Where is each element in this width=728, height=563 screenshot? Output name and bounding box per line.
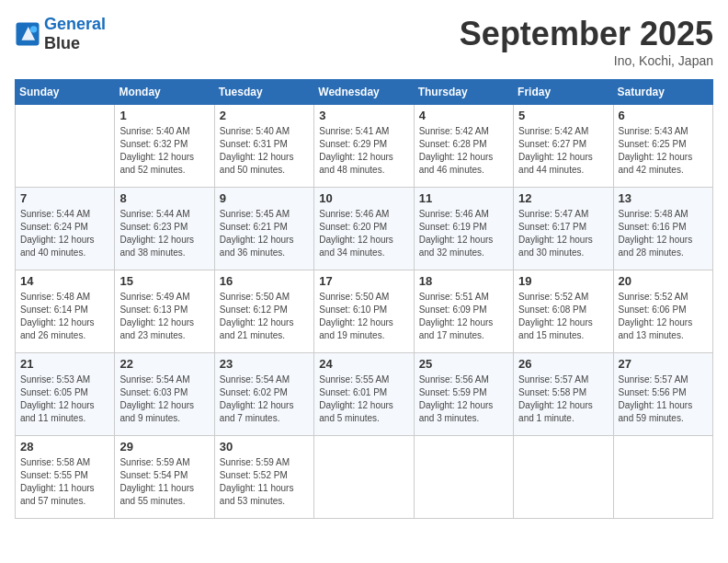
day-number: 24 — [319, 357, 408, 371]
day-info: Sunrise: 5:52 AMSunset: 6:08 PMDaylight:… — [518, 291, 608, 342]
day-number: 20 — [619, 274, 708, 288]
day-info: Sunrise: 5:46 AMSunset: 6:20 PMDaylight:… — [319, 208, 408, 259]
calendar-cell: 15Sunrise: 5:49 AMSunset: 6:13 PMDayligh… — [115, 270, 214, 353]
day-info: Sunrise: 5:56 AMSunset: 5:59 PMDaylight:… — [419, 373, 508, 425]
calendar-cell: 27Sunrise: 5:57 AMSunset: 5:56 PMDayligh… — [613, 353, 712, 436]
day-info: Sunrise: 5:41 AMSunset: 6:29 PMDaylight:… — [319, 125, 408, 177]
day-info: Sunrise: 5:57 AMSunset: 5:58 PMDaylight:… — [518, 373, 608, 425]
calendar-table: SundayMondayTuesdayWednesdayThursdayFrid… — [15, 79, 713, 519]
calendar-week-1: 1Sunrise: 5:40 AMSunset: 6:32 PMDaylight… — [16, 105, 713, 188]
day-number: 15 — [119, 274, 209, 288]
calendar-cell: 21Sunrise: 5:53 AMSunset: 6:05 PMDayligh… — [16, 353, 115, 436]
calendar-cell: 1Sunrise: 5:40 AMSunset: 6:32 PMDaylight… — [115, 105, 214, 188]
day-number: 28 — [20, 440, 109, 454]
day-info: Sunrise: 5:52 AMSunset: 6:06 PMDaylight:… — [619, 291, 708, 342]
calendar-cell: 9Sunrise: 5:45 AMSunset: 6:21 PMDaylight… — [214, 188, 313, 270]
day-number: 30 — [220, 440, 309, 454]
day-number: 16 — [220, 274, 309, 288]
day-number: 13 — [619, 191, 708, 205]
calendar-cell: 13Sunrise: 5:48 AMSunset: 6:16 PMDayligh… — [613, 188, 712, 270]
calendar-cell: 2Sunrise: 5:40 AMSunset: 6:31 PMDaylight… — [214, 105, 313, 188]
day-number: 1 — [119, 109, 209, 122]
calendar-cell: 26Sunrise: 5:57 AMSunset: 5:58 PMDayligh… — [514, 353, 613, 436]
weekday-header-tuesday: Tuesday — [214, 80, 313, 105]
day-number: 9 — [220, 191, 309, 205]
day-info: Sunrise: 5:44 AMSunset: 6:24 PMDaylight:… — [20, 208, 109, 259]
month-title: September 2025 — [460, 15, 713, 53]
calendar-cell: 23Sunrise: 5:54 AMSunset: 6:02 PMDayligh… — [214, 353, 313, 436]
day-info: Sunrise: 5:42 AMSunset: 6:27 PMDaylight:… — [518, 125, 608, 177]
calendar-cell: 12Sunrise: 5:47 AMSunset: 6:17 PMDayligh… — [514, 188, 613, 270]
day-number: 26 — [518, 357, 608, 371]
day-number: 7 — [20, 191, 109, 205]
location-subtitle: Ino, Kochi, Japan — [460, 53, 713, 68]
title-area: September 2025 Ino, Kochi, Japan — [460, 15, 713, 68]
calendar-cell: 22Sunrise: 5:54 AMSunset: 6:03 PMDayligh… — [115, 353, 214, 436]
day-number: 17 — [319, 274, 408, 288]
calendar-cell: 6Sunrise: 5:43 AMSunset: 6:25 PMDaylight… — [613, 105, 712, 188]
day-info: Sunrise: 5:59 AMSunset: 5:54 PMDaylight:… — [119, 456, 209, 508]
calendar-cell — [514, 436, 613, 519]
header: General Blue September 2025 Ino, Kochi, … — [15, 15, 713, 68]
day-number: 25 — [419, 357, 508, 371]
calendar-cell: 30Sunrise: 5:59 AMSunset: 5:52 PMDayligh… — [214, 436, 313, 519]
day-number: 22 — [119, 357, 209, 371]
day-info: Sunrise: 5:50 AMSunset: 6:10 PMDaylight:… — [319, 291, 408, 342]
day-number: 6 — [619, 109, 708, 122]
day-info: Sunrise: 5:54 AMSunset: 6:03 PMDaylight:… — [119, 373, 209, 425]
day-number: 4 — [419, 109, 508, 122]
calendar-cell: 19Sunrise: 5:52 AMSunset: 6:08 PMDayligh… — [514, 270, 613, 353]
day-info: Sunrise: 5:53 AMSunset: 6:05 PMDaylight:… — [20, 373, 109, 425]
day-number: 5 — [518, 109, 608, 122]
weekday-header-friday: Friday — [514, 80, 613, 105]
weekday-header-wednesday: Wednesday — [314, 80, 414, 105]
day-info: Sunrise: 5:59 AMSunset: 5:52 PMDaylight:… — [220, 456, 309, 508]
day-number: 21 — [20, 357, 109, 371]
day-number: 3 — [319, 109, 408, 122]
day-info: Sunrise: 5:46 AMSunset: 6:19 PMDaylight:… — [419, 208, 508, 259]
calendar-cell — [314, 436, 414, 519]
logo: General Blue — [15, 15, 106, 53]
calendar-week-2: 7Sunrise: 5:44 AMSunset: 6:24 PMDaylight… — [16, 188, 713, 270]
day-info: Sunrise: 5:55 AMSunset: 6:01 PMDaylight:… — [319, 373, 408, 425]
day-info: Sunrise: 5:50 AMSunset: 6:12 PMDaylight:… — [220, 291, 309, 342]
day-info: Sunrise: 5:48 AMSunset: 6:14 PMDaylight:… — [20, 291, 109, 342]
day-number: 12 — [518, 191, 608, 205]
calendar-week-5: 28Sunrise: 5:58 AMSunset: 5:55 PMDayligh… — [16, 436, 713, 519]
calendar-cell: 16Sunrise: 5:50 AMSunset: 6:12 PMDayligh… — [214, 270, 313, 353]
calendar-cell: 20Sunrise: 5:52 AMSunset: 6:06 PMDayligh… — [613, 270, 712, 353]
day-info: Sunrise: 5:57 AMSunset: 5:56 PMDaylight:… — [619, 373, 708, 425]
day-info: Sunrise: 5:49 AMSunset: 6:13 PMDaylight:… — [119, 291, 209, 342]
day-info: Sunrise: 5:54 AMSunset: 6:02 PMDaylight:… — [220, 373, 309, 425]
calendar-cell: 4Sunrise: 5:42 AMSunset: 6:28 PMDaylight… — [414, 105, 513, 188]
day-info: Sunrise: 5:47 AMSunset: 6:17 PMDaylight:… — [518, 208, 608, 259]
calendar-cell: 7Sunrise: 5:44 AMSunset: 6:24 PMDaylight… — [16, 188, 115, 270]
calendar-cell — [414, 436, 513, 519]
day-info: Sunrise: 5:40 AMSunset: 6:31 PMDaylight:… — [220, 125, 309, 177]
calendar-cell: 25Sunrise: 5:56 AMSunset: 5:59 PMDayligh… — [414, 353, 513, 436]
day-number: 29 — [119, 440, 209, 454]
day-number: 11 — [419, 191, 508, 205]
day-number: 19 — [518, 274, 608, 288]
logo-icon — [15, 21, 40, 47]
calendar-cell: 18Sunrise: 5:51 AMSunset: 6:09 PMDayligh… — [414, 270, 513, 353]
calendar-cell: 8Sunrise: 5:44 AMSunset: 6:23 PMDaylight… — [115, 188, 214, 270]
day-number: 8 — [119, 191, 209, 205]
calendar-cell: 14Sunrise: 5:48 AMSunset: 6:14 PMDayligh… — [16, 270, 115, 353]
weekday-header-sunday: Sunday — [16, 80, 115, 105]
calendar-cell: 11Sunrise: 5:46 AMSunset: 6:19 PMDayligh… — [414, 188, 513, 270]
day-number: 14 — [20, 274, 109, 288]
day-number: 10 — [319, 191, 408, 205]
day-info: Sunrise: 5:48 AMSunset: 6:16 PMDaylight:… — [619, 208, 708, 259]
calendar-cell — [613, 436, 712, 519]
day-number: 23 — [220, 357, 309, 371]
day-info: Sunrise: 5:51 AMSunset: 6:09 PMDaylight:… — [419, 291, 508, 342]
day-info: Sunrise: 5:44 AMSunset: 6:23 PMDaylight:… — [119, 208, 209, 259]
day-info: Sunrise: 5:42 AMSunset: 6:28 PMDaylight:… — [419, 125, 508, 177]
calendar-cell: 17Sunrise: 5:50 AMSunset: 6:10 PMDayligh… — [314, 270, 414, 353]
day-number: 2 — [220, 109, 309, 122]
day-info: Sunrise: 5:45 AMSunset: 6:21 PMDaylight:… — [220, 208, 309, 259]
svg-point-2 — [30, 26, 37, 32]
calendar-cell: 3Sunrise: 5:41 AMSunset: 6:29 PMDaylight… — [314, 105, 414, 188]
weekday-header-saturday: Saturday — [613, 80, 712, 105]
